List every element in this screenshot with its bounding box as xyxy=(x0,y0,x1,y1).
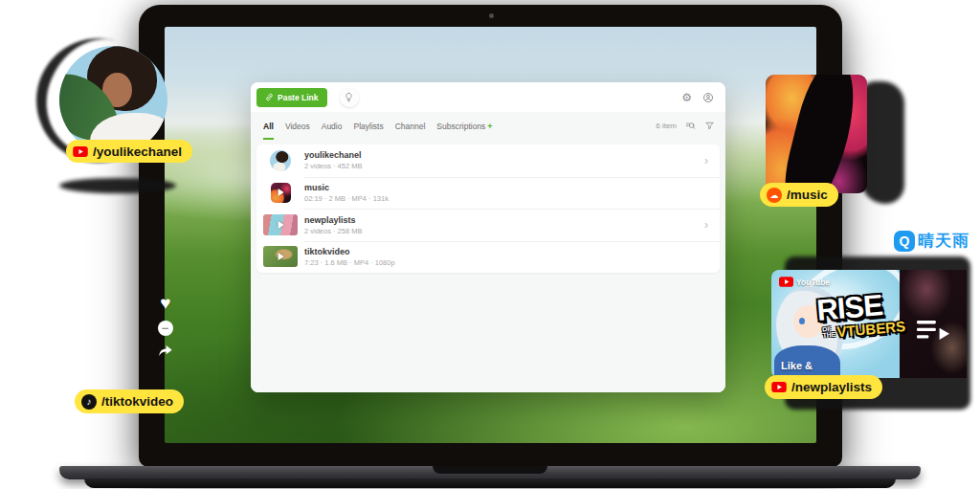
search-icon[interactable] xyxy=(685,121,696,131)
list-item-newplaylists[interactable]: newplaylists 2 videos · 258 MB › xyxy=(256,209,720,241)
tab-videos[interactable]: Videos xyxy=(285,112,310,140)
item-count: 6 item xyxy=(656,122,677,130)
site-watermark: Q 晴天雨 xyxy=(894,230,969,252)
laptop-base-shadow xyxy=(84,478,896,488)
download-list-area: youlikechanel 2 videos · 452 MB › music … xyxy=(251,140,725,392)
music-album-art xyxy=(766,75,867,193)
item-meta: 2 videos · 452 MB xyxy=(304,162,704,170)
tab-channel[interactable]: Channel xyxy=(395,112,426,140)
download-list-card: youlikechanel 2 videos · 452 MB › music … xyxy=(256,144,720,273)
youtube-playlist-label[interactable]: /newplaylists xyxy=(765,375,882,399)
youtube-channel-label[interactable]: /youlikechanel xyxy=(66,140,192,163)
youtube-wordmark: YouTube xyxy=(796,278,830,287)
item-meta: 7:23 · 1.6 MB · MP4 · 1080p xyxy=(304,258,708,267)
watermark-logo: Q xyxy=(894,231,915,252)
tiktok-video-preview: ♥ ••• xyxy=(55,188,182,394)
youtube-icon xyxy=(73,146,88,157)
label-text: /music xyxy=(787,188,828,202)
item-title: newplaylists xyxy=(304,215,704,225)
playlist-thumb xyxy=(256,209,304,241)
tabbar-right-tools: 6 item xyxy=(656,112,715,140)
tab-playlists[interactable]: Playlists xyxy=(353,112,383,140)
video-thumb xyxy=(256,241,304,274)
window-titlebar: Paste Link ⚙ xyxy=(251,82,725,112)
downloader-app-window: Paste Link ⚙ All Videos Audio Playlists … xyxy=(251,82,725,392)
item-title: music xyxy=(304,183,708,192)
list-item-tiktokvideo[interactable]: tiktokvideo 7:23 · 1.6 MB · MP4 · 1080p xyxy=(256,241,720,274)
tab-subscriptions[interactable]: Subscriptions+ xyxy=(436,112,492,140)
chevron-right-icon[interactable]: › xyxy=(704,155,708,167)
watermark-text: 晴天雨 xyxy=(918,230,969,252)
item-title: youlikechanel xyxy=(304,150,704,160)
webcam-dot xyxy=(489,13,494,18)
tiktok-label[interactable]: ♪ /tiktokvideo xyxy=(75,389,184,413)
tab-all[interactable]: All xyxy=(263,112,274,140)
account-icon[interactable] xyxy=(702,92,714,103)
soundcloud-music-label[interactable]: ☁ /music xyxy=(760,183,838,207)
label-text: /tiktokvideo xyxy=(101,394,173,409)
youtube-play-icon xyxy=(779,277,793,287)
tab-bar: All Videos Audio Playlists Channel Subsc… xyxy=(251,112,725,140)
soundcloud-icon: ☁ xyxy=(767,188,782,203)
tab-audio[interactable]: Audio xyxy=(322,112,343,140)
item-meta: 2 videos · 258 MB xyxy=(304,227,704,235)
list-item-youlikechanel[interactable]: youlikechanel 2 videos · 452 MB › xyxy=(256,144,720,177)
chevron-right-icon[interactable]: › xyxy=(704,219,708,231)
tiktok-overlay-icons: ♥ ••• xyxy=(158,294,173,358)
paste-link-label: Paste Link xyxy=(278,93,319,102)
youtube-playlist-thumbnail: YouTube RISE OF THE VTUBERS Like & xyxy=(771,270,967,378)
like-heart-icon[interactable]: ♥ xyxy=(160,294,170,312)
laptop-base xyxy=(59,466,921,479)
subscriptions-plus-icon: + xyxy=(487,122,492,131)
title-of-the: OF THE xyxy=(822,325,835,340)
item-title: tiktokvideo xyxy=(304,247,708,256)
channel-avatar xyxy=(256,144,304,177)
youtube-brand: YouTube xyxy=(779,277,830,287)
thumbnail-main: YouTube RISE OF THE VTUBERS Like & xyxy=(771,270,900,378)
tiktok-icon: ♪ xyxy=(81,394,97,410)
list-item-music[interactable]: music 02:19 · 2 MB · MP4 · 131k xyxy=(256,177,720,210)
paste-link-button[interactable]: Paste Link xyxy=(256,88,327,107)
filter-funnel-icon[interactable] xyxy=(704,121,715,131)
scene: Paste Link ⚙ All Videos Audio Playlists … xyxy=(0,0,980,489)
smart-mode-button[interactable] xyxy=(340,88,359,107)
link-icon xyxy=(265,93,274,101)
thumbnail-caption: Like & xyxy=(781,360,813,371)
label-text: /newplaylists xyxy=(791,380,872,394)
lightbulb-icon xyxy=(344,92,354,102)
music-art-thumb xyxy=(256,177,304,210)
share-icon[interactable] xyxy=(158,345,173,358)
item-meta: 02:19 · 2 MB · MP4 · 131k xyxy=(304,194,708,203)
laptop-base-notch xyxy=(433,466,547,474)
label-text: /youlikechanel xyxy=(93,144,182,159)
comments-icon[interactable]: ••• xyxy=(158,321,173,336)
album-art-curve xyxy=(776,75,864,193)
channel-avatar-photo xyxy=(59,46,167,154)
settings-gear-icon[interactable]: ⚙ xyxy=(681,92,692,103)
youtube-icon xyxy=(771,382,787,392)
